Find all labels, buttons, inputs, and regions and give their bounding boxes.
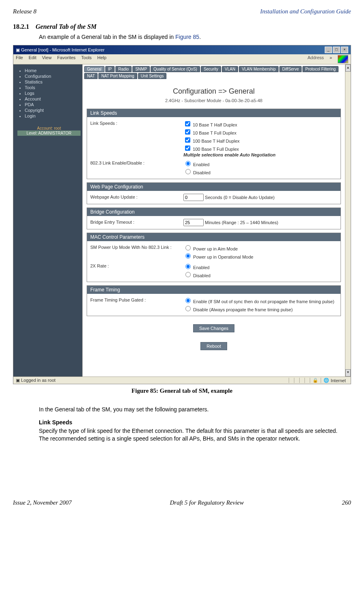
radio-link-disabled[interactable]: Disabled — [183, 168, 337, 176]
bridge-timeout-suffix: Minutes (Range : 25 – 1440 Minutes) — [205, 220, 278, 225]
scroll-track[interactable] — [345, 72, 351, 369]
page-title: Configuration => General — [83, 87, 345, 96]
radio-input-frame-disable[interactable] — [185, 306, 191, 311]
sidebar-item-copyright[interactable]: Copyright — [25, 107, 81, 113]
checkbox-input-100bt-full[interactable] — [185, 146, 190, 151]
window-title-text: General [root] - Microsoft Internet Expl… — [21, 47, 104, 52]
windows-logo-icon — [338, 55, 348, 63]
after-paragraph-1: In the General tab of the SM, you may se… — [39, 406, 338, 413]
radio-link-enabled[interactable]: Enabled — [183, 160, 337, 168]
radio-input-link-enabled[interactable] — [185, 161, 191, 166]
maximize-button[interactable]: □ — [333, 47, 340, 53]
sidebar: Home Configuration Statistics Tools Logs… — [13, 64, 83, 377]
radio-input-operational[interactable] — [185, 253, 191, 259]
footer-draft: Draft 5 for Regulatory Review — [170, 499, 244, 506]
checkbox-10bt-full[interactable]: 10 Base T Full Duplex — [183, 128, 337, 136]
checkbox-100bt-full[interactable]: 100 Base T Full Duplex — [183, 144, 337, 152]
radio-2x-enabled[interactable]: Enabled — [183, 263, 337, 271]
radio-operational-mode[interactable]: Power up in Operational Mode — [183, 252, 337, 260]
menu-tools[interactable]: Tools — [81, 55, 92, 63]
subhead-link-speeds: Link Speeds — [39, 419, 351, 426]
level-label: Level: ADMINISTRATOR — [17, 131, 81, 136]
section-link-speeds: Link Speeds Link Speeds : 10 Base T Half… — [87, 109, 341, 179]
radio-input-frame-enable[interactable] — [185, 298, 191, 303]
webpage-auto-update-input[interactable] — [183, 194, 204, 201]
tab-ip[interactable]: IP — [105, 66, 115, 72]
sidebar-item-tools[interactable]: Tools — [25, 85, 81, 90]
tab-qos[interactable]: Quality of Service (QoS) — [151, 66, 200, 72]
tabs-row: General IP Radio SNMP Quality of Service… — [83, 64, 345, 79]
sm-power-up-label: SM Power Up Mode With No 802.3 Link : — [90, 244, 183, 250]
figure-link[interactable]: Figure 85 — [175, 34, 199, 40]
radio-input-2x-enabled[interactable] — [185, 264, 191, 269]
checkbox-100bt-half[interactable]: 100 Base T Half Duplex — [183, 136, 337, 144]
header-release: Release 8 — [13, 8, 36, 15]
sidebar-item-home[interactable]: Home — [25, 68, 81, 73]
status-cell — [304, 378, 310, 383]
radio-aim-mode[interactable]: Power up in Aim Mode — [183, 244, 337, 252]
tab-nat-port-mapping[interactable]: NAT Port Mapping — [98, 73, 137, 79]
vertical-scrollbar[interactable]: ▲ ▼ — [345, 64, 351, 377]
radio-2x-disabled[interactable]: Disabled — [183, 271, 337, 279]
checkbox-input-10bt-half[interactable] — [185, 121, 190, 126]
checkbox-input-10bt-full[interactable] — [185, 129, 190, 135]
menu-help[interactable]: Help — [97, 55, 106, 63]
checkbox-label: 10 Base T Half Duplex — [193, 122, 237, 127]
section-title: General Tab of the SM — [36, 23, 97, 30]
radio-input-aim[interactable] — [185, 245, 191, 250]
radio-frame-enable[interactable]: Enable (If SM out of sync then do not pr… — [183, 297, 337, 305]
radio-label: Disabled — [193, 170, 211, 175]
menu-file[interactable]: File — [16, 55, 23, 63]
frame-timing-label: Frame Timing Pulse Gated : — [90, 297, 183, 302]
menu-view[interactable]: View — [42, 55, 52, 63]
tab-snmp[interactable]: SNMP — [132, 66, 150, 72]
scroll-up-button[interactable]: ▲ — [345, 64, 351, 72]
tab-security[interactable]: Security — [201, 66, 221, 72]
auto-negotiation-note: Multiple selections enable Auto Negotiat… — [183, 152, 337, 157]
bridge-timeout-input[interactable] — [183, 219, 204, 226]
sidebar-item-statistics[interactable]: Statistics — [25, 79, 81, 85]
reboot-button[interactable]: Reboot — [200, 342, 227, 350]
tab-vlan[interactable]: VLAN — [222, 66, 238, 72]
save-changes-button[interactable]: Save Changes — [193, 324, 234, 332]
tab-unit-settings[interactable]: Unit Settings — [138, 73, 167, 79]
sidebar-item-account[interactable]: Account — [25, 96, 81, 102]
radio-label: Disable (Always propagate the frame timi… — [193, 307, 293, 312]
window-titlebar: ▣ General [root] - Microsoft Internet Ex… — [13, 45, 351, 54]
sidebar-item-configuration[interactable]: Configuration — [25, 73, 81, 79]
minimize-button[interactable]: _ — [325, 47, 332, 53]
close-button[interactable]: × — [341, 47, 348, 53]
tab-vlan-membership[interactable]: VLAN Membership — [239, 66, 279, 72]
sidebar-item-logs[interactable]: Logs — [25, 90, 81, 96]
bridge-timeout-label: Bridge Entry Timeout : — [90, 219, 183, 225]
menu-edit[interactable]: Edit — [29, 55, 36, 63]
status-left-text: Logged in as root — [21, 378, 55, 383]
section-header-webpage: Web Page Configuration — [87, 183, 341, 191]
radio-label: Enabled — [193, 162, 209, 167]
screenshot-window: ▣ General [root] - Microsoft Internet Ex… — [13, 45, 351, 384]
radio-input-2x-disabled[interactable] — [185, 272, 191, 277]
checkbox-input-100bt-half[interactable] — [185, 137, 190, 143]
radio-input-link-disabled[interactable] — [185, 169, 191, 174]
tab-general[interactable]: General — [84, 66, 104, 72]
scroll-down-button[interactable]: ▼ — [345, 369, 351, 377]
address-label: Address — [308, 55, 324, 63]
section-number: 18.2.1 — [13, 23, 29, 30]
status-cell — [299, 378, 304, 383]
link-speeds-label: Link Speeds : — [90, 120, 183, 126]
2x-rate-label: 2X Rate : — [90, 263, 183, 268]
checkbox-label: 100 Base T Full Duplex — [193, 147, 239, 152]
address-chevron[interactable]: » — [330, 55, 332, 63]
webpage-auto-update-suffix: Seconds (0 = Disable Auto Update) — [205, 195, 275, 200]
checkbox-10bt-half[interactable]: 10 Base T Half Duplex — [183, 120, 337, 128]
main-content: General IP Radio SNMP Quality of Service… — [83, 64, 345, 377]
sidebar-item-login[interactable]: Login — [25, 113, 81, 119]
sidebar-item-pda[interactable]: PDA — [25, 102, 81, 107]
menu-favorites[interactable]: Favorites — [57, 55, 75, 63]
checkbox-label: 100 Base T Half Duplex — [193, 139, 240, 143]
radio-frame-disable[interactable]: Disable (Always propagate the frame timi… — [183, 305, 337, 313]
tab-nat[interactable]: NAT — [84, 73, 98, 79]
tab-radio[interactable]: Radio — [115, 66, 132, 72]
tab-diffserve[interactable]: DiffServe — [279, 66, 302, 72]
tab-protocol-filtering[interactable]: Protocol Filtering — [302, 66, 338, 72]
